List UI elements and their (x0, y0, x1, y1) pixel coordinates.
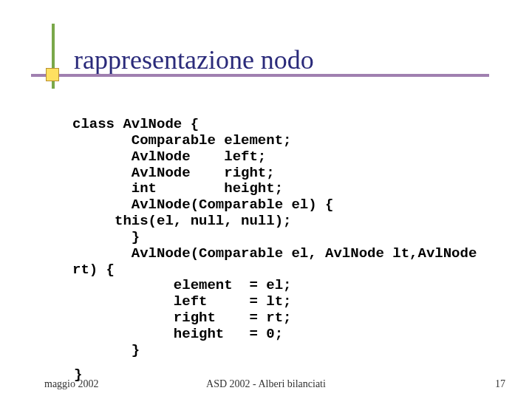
footer-date: maggio 2002 (44, 378, 99, 390)
code-listing: class AvlNode { Comparable element; AvlN… (72, 117, 477, 359)
bullet-horizontal-line (31, 74, 489, 77)
footer-course: ASD 2002 - Alberi bilanciati (206, 378, 326, 390)
footer-page-number: 17 (495, 378, 505, 390)
title-bullet-decoration (37, 46, 68, 77)
slide-title: rappresentazione nodo (74, 44, 314, 75)
slide-title-area: rappresentazione nodo (37, 44, 314, 77)
bullet-square-icon (46, 68, 59, 81)
